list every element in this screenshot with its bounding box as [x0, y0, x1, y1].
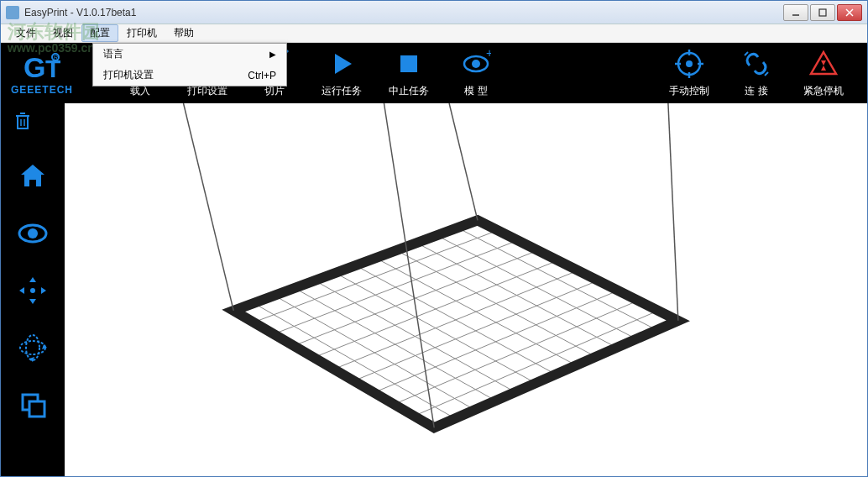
close-button[interactable]	[837, 4, 862, 21]
svg-marker-42	[29, 299, 36, 304]
svg-marker-43	[19, 287, 24, 294]
copy-button[interactable]	[13, 385, 53, 425]
run-task-button[interactable]: 运行任务	[308, 44, 375, 102]
model-button[interactable]: + 模 型	[442, 44, 510, 102]
svg-rect-34	[18, 116, 28, 128]
svg-rect-21	[400, 55, 417, 72]
crosshair-icon	[674, 49, 704, 79]
config-dropdown: 语言 ▶ 打印机设置 Ctrl+P	[92, 43, 287, 86]
svg-rect-51	[29, 401, 44, 417]
menu-file[interactable]: 文件	[8, 24, 44, 42]
content-area	[1, 103, 867, 476]
dropdown-printer-settings-label: 打印机设置	[103, 68, 154, 82]
window-controls	[783, 4, 862, 21]
viewport-3d[interactable]	[65, 103, 867, 476]
svg-line-79	[668, 103, 678, 321]
menu-config[interactable]: 配置	[81, 24, 118, 42]
menu-view[interactable]: 视图	[44, 24, 81, 42]
svg-text:R: R	[54, 55, 58, 60]
copy-icon	[16, 388, 50, 422]
svg-line-78	[449, 103, 478, 220]
play-icon	[327, 49, 357, 79]
svg-line-31	[745, 52, 748, 55]
dropdown-printer-settings-shortcut: Ctrl+P	[248, 70, 276, 81]
manual-control-button[interactable]: 手动控制	[656, 44, 723, 102]
chevron-right-icon: ▶	[269, 50, 276, 59]
svg-text:+: +	[486, 49, 491, 60]
svg-line-32	[765, 72, 768, 76]
svg-line-80	[384, 103, 434, 427]
trash-button[interactable]	[9, 107, 36, 139]
link-icon	[741, 49, 771, 79]
maximize-button[interactable]	[810, 4, 835, 21]
svg-marker-44	[41, 287, 46, 294]
dropdown-printer-settings[interactable]: 打印机设置 Ctrl+P	[93, 65, 286, 86]
rotate-button[interactable]	[13, 328, 53, 368]
title-bar: EasyPrint - V1.0.17beta1	[1, 1, 867, 24]
view-button[interactable]	[13, 213, 53, 254]
svg-marker-41	[29, 277, 36, 282]
svg-line-77	[184, 103, 234, 311]
move-icon	[16, 274, 50, 307]
rotate-icon	[16, 331, 50, 364]
svg-point-26	[686, 60, 693, 67]
svg-point-47	[26, 335, 39, 360]
logo-icon: G T R	[18, 50, 65, 84]
connect-button[interactable]: 连 接	[723, 44, 790, 102]
minimize-button[interactable]	[783, 4, 808, 21]
menu-printer[interactable]: 打印机	[118, 24, 165, 42]
logo: G T R GEEETECH	[11, 50, 73, 96]
emergency-stop-button[interactable]: 紧急停机	[790, 44, 857, 102]
menu-help[interactable]: 帮助	[165, 24, 202, 42]
home-button[interactable]	[13, 156, 53, 197]
svg-point-45	[30, 288, 35, 293]
dropdown-language-label: 语言	[103, 47, 123, 61]
svg-point-40	[28, 228, 38, 238]
svg-rect-1	[819, 9, 826, 16]
home-icon	[16, 160, 50, 193]
svg-point-46	[20, 341, 45, 354]
eye-icon: +	[461, 49, 491, 79]
svg-text:G: G	[24, 51, 45, 83]
eye-icon	[16, 217, 50, 250]
move-button[interactable]	[13, 270, 53, 311]
logo-text: GEEETECH	[11, 84, 73, 96]
app-icon	[6, 6, 19, 19]
window-title: EasyPrint - V1.0.17beta1	[24, 7, 783, 18]
window-frame: EasyPrint - V1.0.17beta1 河东软件园 www.pc035…	[0, 0, 868, 477]
stop-task-button[interactable]: 中止任务	[375, 44, 442, 102]
menu-bar: 文件 视图 配置 打印机 帮助	[1, 24, 867, 43]
side-toolbar	[1, 103, 65, 476]
warning-icon	[808, 49, 839, 79]
svg-marker-20	[335, 54, 352, 74]
dropdown-language[interactable]: 语言 ▶	[93, 44, 286, 65]
build-volume	[65, 103, 867, 476]
stop-icon	[394, 49, 424, 79]
svg-point-23	[472, 60, 480, 68]
